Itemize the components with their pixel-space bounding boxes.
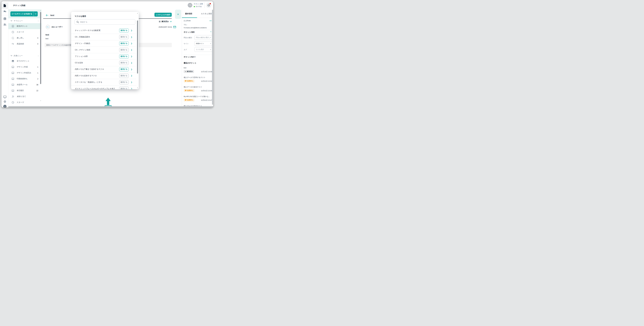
rail-customers-item[interactable]	[2, 22, 8, 27]
sidebar-item[interactable]: 未処理メール38	[8, 82, 42, 88]
sidebar-section-header[interactable]: マイビュー ⋮	[8, 18, 42, 23]
modal-scrollbar[interactable]: ▲ ▼	[137, 12, 138, 89]
chevron-down-icon: ▼	[210, 49, 211, 50]
chat-status-icon	[185, 90, 186, 91]
chevron-right-icon[interactable]: ❯	[129, 49, 134, 51]
field-value: -	[187, 24, 187, 26]
scroll-up-icon: ▲	[40, 10, 41, 11]
select-label: タグ	[184, 49, 187, 51]
help-icon[interactable]: ?	[3, 105, 6, 107]
chat-icon	[4, 10, 6, 13]
sidebar-item[interactable]: 本日期日22	[8, 88, 42, 94]
macro-list-row: ダイナミックプレースホルダーのテンプレを挿入 適用する ❯	[71, 85, 136, 89]
inbox-icon	[12, 77, 14, 80]
apply-macro-button[interactable]: 適用する	[119, 35, 129, 39]
select-field[interactable]: タグを選択 ▼	[194, 47, 212, 52]
sidebar-item[interactable]: 印刷依頼待ち2	[8, 76, 42, 82]
message-subject: test	[46, 34, 49, 36]
ticket-info-panel: 基本項目 カスタム項目 氏名Teste•••TEL-Mailsara.sena@…	[182, 9, 213, 106]
sidebar-item[interactable]: 承認依頼0	[8, 41, 42, 47]
chevron-right-icon[interactable]: ❯	[129, 42, 134, 44]
field-label: 氏名	[184, 20, 187, 22]
macro-search-input[interactable]	[80, 21, 134, 23]
item-count: 1	[37, 72, 38, 74]
apply-macro-button[interactable]: 適用する	[119, 80, 129, 84]
chevron-right-icon[interactable]: ❯	[129, 29, 134, 32]
apply-macro-button[interactable]: 適用する	[119, 74, 129, 78]
create-call-ticket-button[interactable]: コールチケットを作成する	[10, 11, 38, 17]
sidebar-section-header[interactable]: 共通ビュー ⋮	[8, 53, 42, 58]
sidebar-item[interactable]: 担当チケット	[8, 23, 42, 29]
sidebar-item[interactable]: スヌーズ	[8, 99, 42, 105]
close-panel-button[interactable]: ✕	[175, 10, 181, 19]
status-badge: ✦解決済み	[184, 70, 194, 73]
clock-icon	[12, 101, 14, 104]
section-menu-icon[interactable]: ⋮	[37, 20, 39, 22]
rail-tickets-item[interactable]	[2, 3, 8, 9]
chevron-right-icon[interactable]: ❯	[129, 36, 134, 38]
tab-custom-fields[interactable]: カスタム項目	[201, 13, 212, 15]
sidebar-scroll-thumb[interactable]	[40, 12, 41, 84]
modal-scroll-thumb[interactable]	[137, 21, 138, 74]
modal-title: マクロを適用	[74, 15, 86, 18]
select-field[interactable]: 外部サイト ▼	[194, 41, 212, 46]
macro-list-row: CCを追加 適用する ❯	[71, 60, 136, 66]
apply-macro-button[interactable]: 適用する	[119, 61, 129, 65]
sidebar-item[interactable]: 差し戻し0	[8, 35, 42, 41]
panel-scrollbar[interactable]	[212, 10, 213, 105]
status-dot	[194, 6, 195, 7]
monitor-icon[interactable]	[3, 96, 6, 98]
chevron-right-icon[interactable]: ❯	[129, 55, 134, 57]
apply-macro-modal: マクロを適用 チャットステータスを自動変更 適用する ❯CS→営業納品案内 適用…	[71, 12, 139, 89]
apply-macro-button[interactable]: 適用する	[119, 48, 129, 52]
tab-basic-fields[interactable]: 基本項目	[185, 13, 192, 15]
availability-status: 受付可能	[196, 6, 202, 8]
chevron-right-icon[interactable]: ❯	[129, 81, 134, 83]
back-arrow-icon[interactable]	[46, 14, 48, 16]
rail-divider	[2, 15, 8, 15]
macro-list-row: CS→デザイン依頼 適用する ❯	[71, 47, 136, 53]
create-ticket-dropdown[interactable]	[34, 11, 38, 17]
chevron-right-icon[interactable]: ❯	[129, 62, 134, 64]
chevron-down-icon	[11, 55, 12, 56]
ticket-title: test	[50, 14, 54, 17]
chevron-right-icon[interactable]: ❯	[129, 75, 134, 77]
sidebar-item[interactable]: 未割り当て	[8, 94, 42, 99]
create-ticket-strip: コールチケットを作成する	[8, 9, 42, 18]
field-label: Mail	[184, 27, 187, 29]
status-badge: 処理待ち	[184, 89, 194, 92]
user-avatar[interactable]: テ太	[188, 3, 192, 8]
contact-actions-icon[interactable]: •••	[210, 20, 212, 22]
inbox-icon	[12, 72, 14, 74]
ticket-no-value: 502	[193, 56, 196, 58]
system-log-button[interactable]: システムログの表示	[154, 13, 172, 17]
status-chevron-icon[interactable]	[170, 21, 172, 22]
rail-chat-item[interactable]	[2, 9, 8, 15]
apply-macro-button[interactable]: 適用する	[119, 28, 129, 33]
sidebar-scrollbar[interactable]: ▲ ▼	[40, 10, 41, 106]
app-window: ⚙ ? チケット詳細 テ太 テスト 太郎 受付可能 コールチケットを作成する	[2, 1, 213, 107]
notifications-button[interactable]	[206, 3, 212, 8]
section-menu-icon[interactable]: ⋮	[37, 55, 39, 57]
apply-macro-button[interactable]: 適用する	[119, 54, 129, 59]
close-icon: ✕	[177, 13, 179, 16]
chevron-right-icon[interactable]: ❯	[129, 68, 134, 70]
sidebar-item[interactable]: スヌーズ	[8, 29, 42, 35]
ticket-status: 解決済み	[162, 20, 169, 23]
sidebar-item[interactable]: 全てのチケット	[8, 58, 42, 64]
apply-macro-button[interactable]: 適用する	[119, 87, 129, 89]
chevron-right-icon[interactable]: ❯	[129, 88, 134, 89]
apply-macro-button[interactable]: 適用する	[119, 67, 129, 71]
gear-icon[interactable]: ⚙	[4, 100, 6, 103]
horizontal-scrollbar[interactable]	[8, 106, 213, 107]
panel-divider	[184, 30, 212, 30]
field-value: sara.sena@dione.solutions	[187, 27, 207, 29]
panel-tabs: 基本項目 カスタム項目	[182, 9, 213, 18]
collapse-icon[interactable]: −	[210, 31, 212, 33]
apply-macro-button[interactable]: 適用する	[119, 41, 129, 46]
chevron-down-icon: ▼	[210, 43, 211, 44]
sidebar-item[interactable]: デザイン作成1	[8, 64, 42, 70]
sidebar-item[interactable]: デザイン作成済み1	[8, 70, 42, 76]
rail-reports-item[interactable]	[2, 16, 8, 22]
select-field[interactable]: 問合せ種別を選択して… ▼	[194, 35, 212, 40]
